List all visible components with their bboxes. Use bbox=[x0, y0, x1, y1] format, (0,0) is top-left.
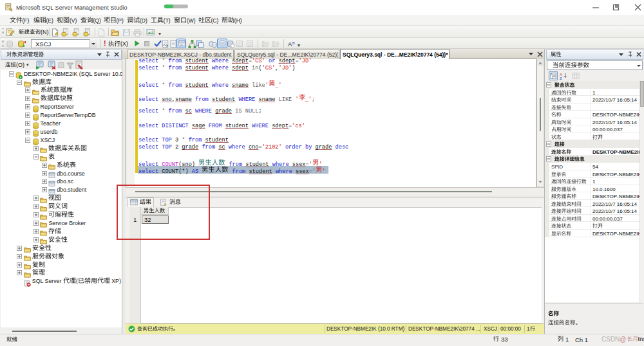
svg-text:A: A bbox=[288, 41, 292, 48]
svg-text:Z: Z bbox=[560, 77, 562, 80]
svg-text:B: B bbox=[292, 41, 295, 45]
svg-text:A: A bbox=[560, 73, 562, 77]
